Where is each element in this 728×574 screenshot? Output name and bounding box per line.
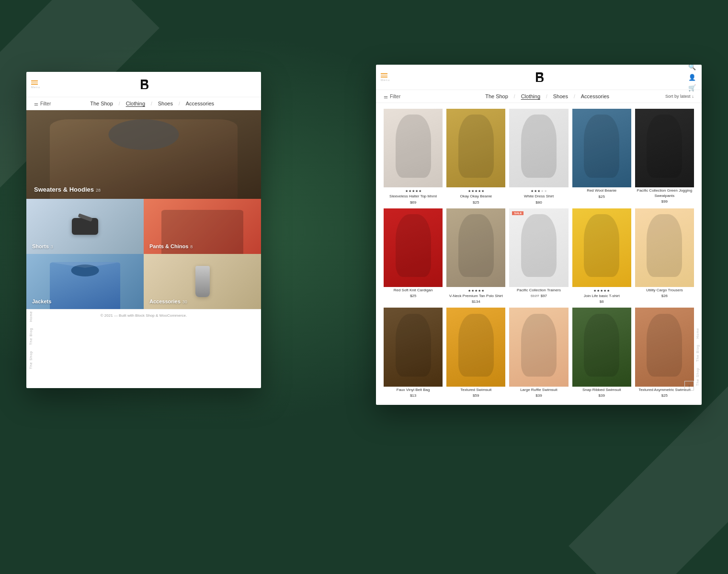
product-image[interactable] bbox=[384, 308, 443, 386]
product-card-4[interactable]: Red Wool Beanie $25 bbox=[572, 109, 631, 205]
star-4: ★ bbox=[419, 189, 421, 193]
product-price: $25 bbox=[635, 393, 694, 398]
cat-jackets-label: Jackets bbox=[32, 298, 51, 304]
product-image[interactable]: SALE bbox=[509, 208, 568, 287]
star-2: ★ bbox=[475, 189, 478, 193]
product-price: $25 bbox=[446, 200, 505, 205]
product-stars: ★★★★★ bbox=[446, 189, 505, 193]
star-3: ★ bbox=[478, 289, 481, 293]
product-image[interactable] bbox=[446, 109, 505, 187]
cat-row-3: Jackets Accessories30 bbox=[26, 254, 261, 309]
product-image[interactable] bbox=[509, 308, 568, 386]
product-price: $13 bbox=[384, 393, 443, 398]
product-image[interactable] bbox=[384, 208, 443, 287]
cat-accessories-label: Accessories30 bbox=[149, 298, 187, 304]
nav-link-clothing[interactable]: Clothing bbox=[126, 101, 145, 106]
star-4: ★ bbox=[481, 289, 484, 293]
star-3: ★ bbox=[415, 189, 418, 193]
product-price: $127$97 bbox=[509, 294, 568, 298]
product-stars: ★★★★★ bbox=[572, 289, 631, 293]
cat-row-2: Shorts3 Pants & Chinos8 bbox=[26, 199, 261, 254]
right-menu-label: Menu bbox=[381, 78, 390, 81]
product-card-13[interactable]: Large Ruffle Swimsuit $39 bbox=[509, 308, 568, 398]
product-card-5[interactable]: Pacific Collection Green Jogging Sweatpa… bbox=[635, 109, 694, 205]
star-0: ★ bbox=[593, 289, 596, 293]
product-image[interactable] bbox=[572, 208, 631, 287]
right-nav-links: The Shop / Clothing / Shoes / Accessorie… bbox=[400, 93, 694, 99]
product-card-8[interactable]: SALE Pacific Collection Trainers $127$97 bbox=[509, 208, 568, 304]
sidebar-blog: The Blog bbox=[29, 328, 33, 345]
right-nav-clothing[interactable]: Clothing bbox=[521, 93, 540, 99]
product-card-12[interactable]: Textured Swimsuit $59 bbox=[446, 308, 505, 398]
right-window: Menu 🔍 👤 🛒 ⚌ Filter The Shop / Clothing … bbox=[376, 65, 702, 405]
cat-jackets[interactable]: Jackets bbox=[26, 254, 144, 309]
product-image[interactable] bbox=[635, 308, 694, 386]
nav-link-accessories[interactable]: Accessories bbox=[186, 101, 214, 106]
product-image[interactable] bbox=[572, 308, 631, 386]
product-card-3[interactable]: ★★★★★ White Dress Shirt $80 bbox=[509, 109, 568, 205]
scroll-top-button[interactable]: ↑ bbox=[684, 381, 694, 390]
right-nav-shop[interactable]: The Shop bbox=[485, 93, 508, 99]
product-card-11[interactable]: Faux Vinyl Belt Bag $13 bbox=[384, 308, 443, 398]
left-filter-button[interactable]: ⚌ Filter bbox=[34, 101, 51, 106]
left-sidebar: Home The Blog The Shop bbox=[26, 72, 35, 388]
star-1: ★ bbox=[471, 289, 474, 293]
product-card-7[interactable]: ★★★★★ V-Neck Premium Tan Polo Shirt $134 bbox=[446, 208, 505, 304]
product-image[interactable] bbox=[446, 208, 505, 287]
product-card-1[interactable]: ★★★★★ Sleeveless Halter Top Mnml $69 bbox=[384, 109, 443, 205]
right-nav-shoes[interactable]: Shoes bbox=[553, 93, 568, 99]
product-image[interactable] bbox=[509, 109, 568, 187]
right-sidebar: Home The Blog The Shop bbox=[693, 65, 702, 405]
left-window: Menu ⚌ Filter The Shop / Clothing / Shoe… bbox=[26, 72, 261, 388]
cat-accessories[interactable]: Accessories30 bbox=[144, 254, 261, 309]
sort-button[interactable]: Sort by latest ↓ bbox=[665, 94, 694, 99]
left-logo[interactable] bbox=[137, 78, 150, 91]
right-logo-icon bbox=[532, 70, 546, 84]
cat-sweaters-hoodies[interactable]: Sweaters & Hoodies28 bbox=[26, 110, 261, 199]
product-image[interactable] bbox=[572, 109, 631, 187]
right-menu-button[interactable]: Menu bbox=[381, 73, 390, 81]
star-0: ★ bbox=[531, 189, 534, 193]
right-nav-accessories[interactable]: Accessories bbox=[581, 93, 609, 99]
product-name: Snap Ribbed Swimsuit bbox=[572, 388, 631, 392]
nav-link-shop[interactable]: The Shop bbox=[90, 101, 113, 106]
product-price: $99 bbox=[635, 199, 694, 204]
cat-pants-label: Pants & Chinos8 bbox=[149, 243, 193, 249]
right-filter-button[interactable]: ⚌ Filter bbox=[384, 94, 400, 99]
product-name: Large Ruffle Swimsuit bbox=[509, 388, 568, 392]
product-image[interactable] bbox=[384, 109, 443, 187]
product-card-2[interactable]: ★★★★★ Okay Okay Beanie $25 bbox=[446, 109, 505, 205]
product-card-6[interactable]: Red Soft Knit Cardigan $25 bbox=[384, 208, 443, 304]
cat-pants-chinos[interactable]: Pants & Chinos8 bbox=[144, 199, 261, 254]
product-image[interactable] bbox=[446, 308, 505, 386]
product-card-14[interactable]: Snap Ribbed Swimsuit $39 bbox=[572, 308, 631, 398]
product-price: $6 bbox=[572, 299, 631, 304]
product-price: $25 bbox=[384, 294, 443, 298]
star-1: ★ bbox=[409, 189, 411, 193]
sidebar-home: Home bbox=[29, 311, 33, 322]
star-3: ★ bbox=[541, 189, 544, 193]
star-0: ★ bbox=[468, 289, 471, 293]
right-filter-label: Filter bbox=[390, 94, 400, 99]
star-3: ★ bbox=[478, 189, 481, 193]
star-4: ★ bbox=[481, 189, 484, 193]
product-name: Okay Okay Beanie bbox=[446, 194, 505, 199]
right-sidebar-home: Home bbox=[696, 328, 699, 339]
nav-link-shoes[interactable]: Shoes bbox=[158, 101, 173, 106]
product-card-9[interactable]: ★★★★★ Join Life basic T-shirt $6 bbox=[572, 208, 631, 304]
product-price: $26 bbox=[635, 294, 694, 298]
product-image[interactable] bbox=[635, 208, 694, 287]
star-4: ★ bbox=[544, 189, 547, 193]
product-stars: ★★★★★ bbox=[446, 289, 505, 293]
left-footer: © 2021 — Built with Block Shop & WooComm… bbox=[26, 309, 261, 321]
right-logo[interactable] bbox=[532, 70, 546, 84]
left-header: Menu bbox=[26, 72, 261, 97]
product-card-10[interactable]: Utility Cargo Trousers $26 bbox=[635, 208, 694, 304]
cat-shorts[interactable]: Shorts3 bbox=[26, 199, 144, 254]
product-price: $134 bbox=[446, 299, 505, 304]
product-price: $69 bbox=[384, 200, 443, 205]
product-price: $39 bbox=[572, 393, 631, 398]
star-2: ★ bbox=[412, 189, 415, 193]
star-1: ★ bbox=[597, 289, 600, 293]
product-image[interactable] bbox=[635, 109, 694, 187]
